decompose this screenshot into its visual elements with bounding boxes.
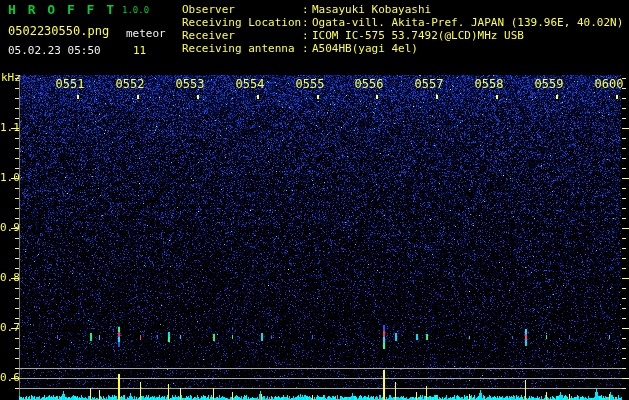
station-value: ICOM IC-575 53.7492(@LCD)MHz USB <box>312 29 524 42</box>
station-row-observer: Observer : Masayuki Kobayashi <box>182 3 431 16</box>
spectrogram-canvas <box>0 0 629 400</box>
time-label: 0551 <box>55 77 85 91</box>
timestamp: 05.02.23 05:50 <box>8 44 101 57</box>
time-label: 0553 <box>175 77 205 91</box>
time-label: 0600 <box>594 77 624 91</box>
time-label: 0559 <box>534 77 564 91</box>
mode-label: meteor <box>126 27 166 40</box>
output-filename: 0502230550.png <box>8 24 109 38</box>
station-label: Receiver <box>182 29 302 42</box>
time-label: 0554 <box>235 77 265 91</box>
station-separator: : <box>302 42 312 55</box>
station-label: Observer <box>182 3 302 16</box>
station-value: Ogata-vill. Akita-Pref. JAPAN (139.96E, … <box>312 16 623 29</box>
freq-label: 0.6 <box>0 371 17 384</box>
station-row-location: Receiving Location : Ogata-vill. Akita-P… <box>182 16 623 29</box>
station-row-receiver: Receiver : ICOM IC-575 53.7492(@LCD)MHz … <box>182 29 524 42</box>
freq-label: 1.1 <box>0 121 17 134</box>
app-title: H R O F F T <box>8 2 116 17</box>
station-separator: : <box>302 16 312 29</box>
time-label: 0558 <box>474 77 504 91</box>
time-label: 0555 <box>295 77 325 91</box>
station-value: A504HB(yagi 4el) <box>312 42 418 55</box>
time-label: 0552 <box>115 77 145 91</box>
station-label: Receiving Location <box>182 16 302 29</box>
station-value: Masayuki Kobayashi <box>312 3 431 16</box>
station-label: Receiving antenna <box>182 42 302 55</box>
app-version: 1.0.0 <box>122 5 149 15</box>
time-label: 0557 <box>414 77 444 91</box>
station-separator: : <box>302 29 312 42</box>
time-label: 0556 <box>354 77 384 91</box>
freq-axis-unit: kHz <box>1 71 21 84</box>
meteor-count: 11 <box>133 44 146 57</box>
freq-label: 0.7 <box>0 321 17 334</box>
station-row-antenna: Receiving antenna : A504HB(yagi 4el) <box>182 42 418 55</box>
hrofft-window: H R O F F T 1.0.0 0502230550.png meteor … <box>0 0 629 400</box>
freq-label: 0.9 <box>0 221 17 234</box>
station-separator: : <box>302 3 312 16</box>
freq-label: 0.8 <box>0 271 17 284</box>
freq-label: 1.0 <box>0 171 17 184</box>
